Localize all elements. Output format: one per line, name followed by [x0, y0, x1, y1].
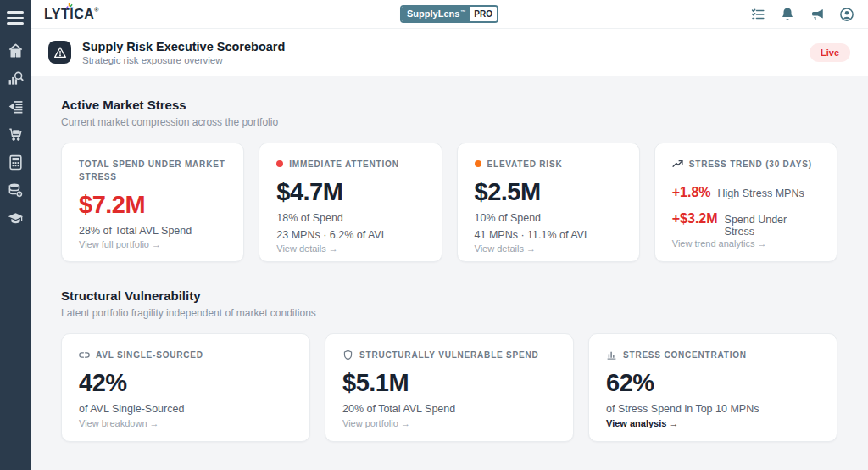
section-title-market-stress: Active Market Stress — [61, 98, 837, 112]
card-label: STRESS CONCENTRATION — [623, 349, 747, 361]
metric-value: 42% — [79, 369, 292, 397]
live-status-badge: Live — [810, 43, 850, 62]
metric-line: 23 MPNs · 6.2% of AVL — [276, 227, 424, 243]
view-trend-analytics-link[interactable]: View trend analytics → — [672, 238, 820, 249]
metric-value: $2.5M — [475, 178, 622, 206]
card-stress-concentration: STRESS CONCENTRATION 62% of Stress Spend… — [588, 333, 837, 442]
page-subtitle: Strategic risk exposure overview — [82, 55, 285, 65]
account-user-icon[interactable] — [839, 7, 854, 22]
metric-value: 62% — [606, 369, 820, 397]
trend-row: +$3.2M Spend Under Stress — [672, 211, 820, 238]
section-subtitle-structural: Latent portfolio fragility independent o… — [61, 307, 837, 319]
database-gear-icon[interactable] — [8, 182, 24, 199]
megaphone-icon[interactable] — [810, 7, 825, 22]
dashboard-content: Active Market Stress Current market comp… — [31, 76, 868, 470]
view-breakdown-link[interactable]: View breakdown → — [79, 418, 292, 428]
calculator-icon[interactable] — [8, 154, 24, 171]
view-full-portfolio-link[interactable]: View full portfolio → — [79, 239, 226, 249]
metric-value: $4.7M — [276, 178, 424, 206]
top-bar: LYTICA® SupplyLens™ PRO — [31, 0, 868, 29]
logo-reg-mark: ® — [94, 7, 99, 13]
orange-dot-icon — [475, 160, 481, 167]
view-portfolio-link[interactable]: View portfolio → — [342, 418, 556, 428]
notifications-bell-icon[interactable] — [780, 7, 795, 22]
card-label: STRESS TREND (30 DAYS) — [689, 158, 812, 171]
section-subtitle-market-stress: Current market compression across the po… — [61, 116, 837, 128]
card-label: STRUCTURALLY VULNERABLE SPEND — [359, 349, 539, 361]
supplylens-pro-badge: SupplyLens™ PRO — [400, 5, 498, 23]
product-tm-mark: ™ — [460, 9, 465, 14]
chart-search-icon[interactable] — [8, 70, 24, 87]
metric-line: 28% of Total AVL Spend — [79, 223, 226, 239]
view-analysis-link[interactable]: View analysis → — [606, 418, 820, 428]
metric-line: 20% of Total AVL Spend — [342, 401, 556, 417]
trending-up-icon — [672, 159, 683, 170]
link-icon — [79, 350, 90, 361]
task-list-icon[interactable] — [750, 7, 765, 22]
card-label: IMMEDIATE ATTENTION — [289, 158, 398, 171]
menu-icon[interactable] — [7, 8, 24, 28]
metric-line: of AVL Single-Sourced — [79, 401, 292, 417]
card-avl-single-sourced: AVL SINGLE-SOURCED 42% of AVL Single-Sou… — [61, 333, 310, 442]
red-dot-icon — [276, 160, 283, 167]
trend-desc: High Stress MPNs — [718, 187, 804, 199]
trend-delta: +1.8% — [672, 185, 711, 200]
card-immediate-attention: IMMEDIATE ATTENTION $4.7M 18% of Spend 2… — [259, 143, 442, 262]
page-title: Supply Risk Executive Scoreboard — [82, 40, 285, 53]
card-label: TOTAL SPEND UNDER MARKET STRESS — [79, 158, 226, 183]
cart-icon[interactable] — [8, 126, 24, 143]
product-tier: PRO — [470, 7, 497, 21]
view-details-link[interactable]: View details → — [276, 243, 424, 254]
metric-line: 18% of Spend — [276, 210, 424, 227]
trend-desc: Spend Under Stress — [725, 214, 820, 238]
view-details-link[interactable]: View details → — [475, 243, 622, 254]
sidebar — [0, 0, 31, 470]
graduation-cap-icon[interactable] — [8, 210, 24, 227]
metric-line: 41 MPNs · 11.1% of AVL — [475, 227, 622, 243]
card-vulnerable-spend: STRUCTURALLY VULNERABLE SPEND $5.1M 20% … — [325, 333, 574, 442]
lytica-logo: LYTICA® — [44, 7, 99, 22]
section-title-structural: Structural Vulnerability — [61, 288, 837, 303]
card-stress-trend: STRESS TREND (30 DAYS) +1.8% High Stress… — [654, 143, 837, 262]
bar-chart-icon — [606, 350, 617, 361]
card-label: AVL SINGLE-SOURCED — [96, 349, 203, 361]
alert-triangle-icon — [48, 41, 71, 64]
metric-value: $5.1M — [342, 369, 556, 397]
card-total-spend-under-stress: TOTAL SPEND UNDER MARKET STRESS $7.2M 28… — [61, 143, 244, 262]
trend-row: +1.8% High Stress MPNs — [672, 185, 820, 200]
product-name: SupplyLens — [407, 9, 459, 19]
logo-spark-icon — [64, 3, 74, 10]
trend-delta: +$3.2M — [672, 211, 718, 227]
card-elevated-risk: ELEVATED RISK $2.5M 10% of Spend 41 MPNs… — [457, 143, 640, 262]
list-tree-icon[interactable] — [8, 98, 24, 115]
shield-icon — [342, 350, 353, 361]
home-icon[interactable] — [8, 42, 24, 59]
metric-line: of Stress Spend in Top 10 MPNs — [606, 401, 820, 417]
metric-line: 10% of Spend — [475, 210, 622, 227]
page-header: Supply Risk Executive Scoreboard Strateg… — [31, 29, 868, 76]
card-label: ELEVATED RISK — [487, 158, 563, 171]
metric-value: $7.2M — [79, 191, 226, 219]
